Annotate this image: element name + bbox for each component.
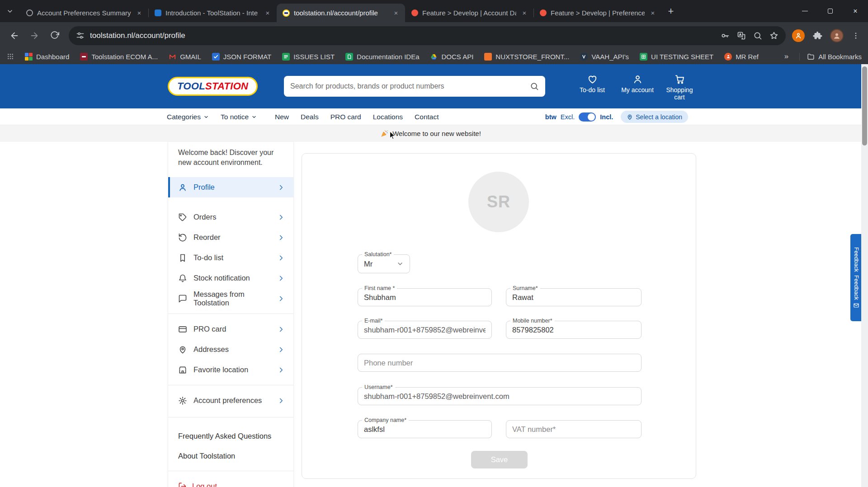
select-location-button[interactable]: Select a location [621,111,688,123]
tab-toolstation-introduction[interactable]: Introduction - ToolStation - Inte × [148,4,277,22]
sidebar-item-messages[interactable]: Messages from Toolstation [168,288,293,309]
header-todo-list-button[interactable]: To-do list [571,74,614,94]
back-button[interactable] [5,26,24,46]
browser-menu-icon[interactable] [848,28,863,43]
bookmark-star-icon[interactable] [769,31,778,40]
nav-deals[interactable]: Deals [301,113,319,121]
bookmark-issues-list[interactable]: ISSUES LIST [282,53,335,61]
site-settings-icon[interactable] [76,31,85,40]
page-scrollbar[interactable] [861,64,868,487]
save-button[interactable]: Save [471,451,528,468]
tab-close-icon[interactable]: × [392,9,401,18]
chevron-down-icon [396,260,404,267]
tab-account-preferences-summary[interactable]: Account Preferences Summary × [20,4,148,22]
bookmark-docs-api[interactable]: DOCS API [430,53,473,61]
window-close-button[interactable]: × [843,0,868,22]
documentation-icon [345,53,353,61]
first-name-input[interactable] [364,293,486,302]
sidebar-link-faq[interactable]: Frequently Asked Questions [168,426,293,446]
rotate-ccw-icon [178,233,187,242]
sidebar-item-reorder[interactable]: Reorder [168,227,293,248]
nav-pro-card[interactable]: PRO card [330,113,361,121]
sidebar-item-account-preferences[interactable]: Account preferences [168,390,293,411]
window-minimize-button[interactable] [792,0,817,22]
tab-search-button[interactable] [0,0,20,22]
product-search-bar [284,76,545,97]
feedback-tab[interactable]: Feedback Feedback [850,234,862,321]
bell-icon [178,274,187,283]
extensions-puzzle-icon[interactable] [809,28,826,44]
apps-grid-icon[interactable] [6,53,14,61]
window-maximize-button[interactable] [817,0,843,22]
nav-categories[interactable]: Categories [167,113,209,121]
new-tab-button[interactable]: + [662,2,680,20]
shopping-cart-label: Shopping cart [664,86,695,101]
reload-button[interactable] [44,26,64,46]
header-shopping-cart-button[interactable]: Shopping cart [664,74,695,101]
sidebar-item-profile[interactable]: Profile [168,177,293,197]
surname-input[interactable] [512,293,635,302]
mobile-number-field: Mobile number* [506,321,642,339]
bookmarks-overflow-chevron[interactable]: » [784,52,788,61]
email-field: E-mail* [358,321,492,339]
mobile-number-input[interactable] [512,326,635,334]
bookmark-documentation-idea[interactable]: Documentation IDEa [345,53,419,61]
all-bookmarks-button[interactable]: All Bookmarks [799,53,862,61]
sidebar-item-pro-card[interactable]: PRO card [168,319,293,339]
sidebar-item-stock-notification[interactable]: Stock notification [168,268,293,288]
url-text[interactable]: toolstation.nl/account/profile [90,31,714,40]
profile-avatar[interactable] [830,29,844,42]
bookmark-nuxtstore-front[interactable]: NUXTSTORE_FRONT... [484,53,569,61]
tab-feature-account[interactable]: Feature > Develop | Account Da × [405,4,533,22]
search-icon[interactable] [530,82,539,91]
tab-close-icon[interactable]: × [263,9,272,18]
tab-close-icon[interactable]: × [520,9,529,18]
sidebar-link-about[interactable]: About Toolstation [168,446,293,466]
site-header: TOOLSTATION To-do list My account Shoppi… [0,64,861,108]
tab-favicon-orange [410,9,419,17]
bookmark-json-format[interactable]: JSON FORMAT [212,53,271,61]
nav-contact[interactable]: Contact [415,113,439,121]
tab-close-icon[interactable]: × [135,9,144,18]
search-page-icon[interactable] [753,31,762,40]
nav-label: To notice [221,113,249,121]
extension-person-icon[interactable] [792,29,805,42]
vat-number-input[interactable] [512,425,635,434]
faq-label: Frequently Asked Questions [178,432,271,440]
surname-label: Surname* [510,285,540,291]
product-search-input[interactable] [290,82,530,90]
back-arrow-icon [9,31,19,41]
address-bar[interactable]: toolstation.nl/account/profile [69,26,786,45]
tab-close-icon[interactable]: × [648,9,657,18]
username-input[interactable] [364,392,635,401]
nav-label: New [275,113,289,121]
bookmark-ui-testing-sheet[interactable]: UI TESTING SHEET [640,53,713,61]
toolstation-logo[interactable]: TOOLSTATION [168,77,258,96]
bookmark-toolstation-ecom[interactable]: Toolstation ECOM A... [80,53,158,61]
password-key-icon[interactable] [721,31,730,40]
email-input[interactable] [364,326,486,334]
tab-toolstation-profile-active[interactable]: toolstation.nl/account/profile × [277,4,405,22]
vat-incl-toggle[interactable] [579,112,596,122]
sidebar-item-orders[interactable]: Orders [168,207,293,227]
bookmark-dashboard[interactable]: Dashboard [25,53,69,61]
salutation-select[interactable]: Salutation* Mr [358,254,410,273]
sidebar-item-addresses[interactable]: Addresses [168,339,293,360]
forward-button[interactable] [24,26,44,46]
header-my-account-button[interactable]: My account [616,74,659,94]
nav-locations[interactable]: Locations [373,113,403,121]
bookmark-gmail[interactable]: GMAIL [169,53,201,61]
phone-number-input[interactable] [364,359,635,367]
nav-new[interactable]: New [275,113,289,121]
nav-to-notice[interactable]: To notice [221,113,257,121]
company-name-input[interactable] [364,425,486,434]
logout-button[interactable]: Log out [168,476,293,487]
translate-icon[interactable] [737,31,746,40]
scrollbar-thumb[interactable] [862,66,867,145]
bookmark-label: Documentation IDEa [357,53,419,61]
sidebar-item-favorite-location[interactable]: Favorite location [168,360,293,380]
tab-feature-preferences[interactable]: Feature > Develop | Preference × [533,4,662,22]
sidebar-item-todo-list[interactable]: To-do list [168,248,293,268]
bookmark-vaah-apis[interactable]: VAAH_API's [580,53,629,61]
bookmark-mr-ref[interactable]: MR Ref [724,53,759,61]
